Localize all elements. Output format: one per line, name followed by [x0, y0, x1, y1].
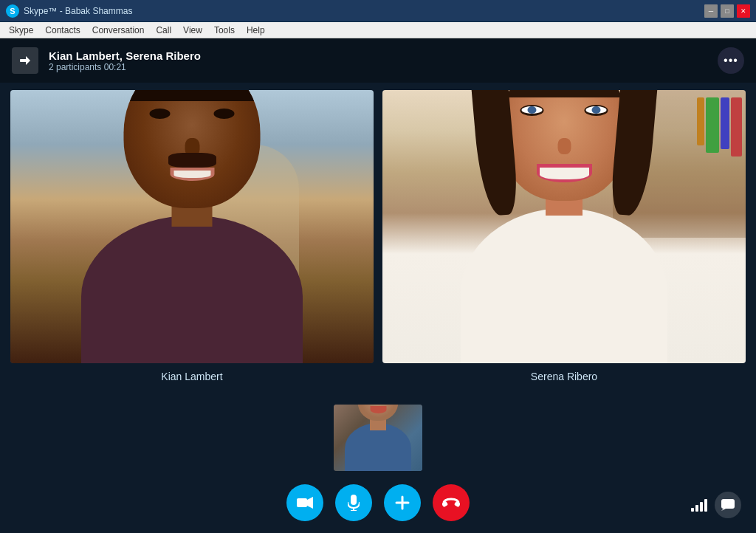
call-header-left: Kian Lambert, Serena Ribero 2 participan…: [12, 47, 201, 74]
window-title: Skype™ - Babak Shammas: [24, 6, 132, 16]
exit-button[interactable]: [12, 47, 38, 74]
signal-bar-2: [695, 505, 698, 512]
signal-bar-3: [700, 502, 703, 512]
video-label-serena: Serena Ribero: [531, 371, 597, 382]
menu-view[interactable]: View: [177, 24, 208, 37]
more-options-button[interactable]: •••: [718, 47, 744, 74]
skype-logo: S: [6, 4, 19, 18]
call-participants-title: Kian Lambert, Serena Ribero: [49, 49, 201, 62]
call-names: Kian Lambert, Serena Ribero 2 participan…: [49, 49, 201, 72]
svg-rect-11: [721, 499, 735, 509]
menu-conversation[interactable]: Conversation: [86, 24, 151, 37]
video-icon: [297, 497, 313, 509]
end-call-icon: [442, 498, 460, 508]
call-info-subtitle: 2 participants 00:21: [49, 62, 201, 72]
menu-help[interactable]: Help: [241, 24, 271, 37]
menu-tools[interactable]: Tools: [208, 24, 241, 37]
call-header: Kian Lambert, Serena Ribero 2 participan…: [0, 38, 756, 83]
video-label-kian: Kian Lambert: [161, 371, 222, 382]
menu-bar: Skype Contacts Conversation Call View To…: [0, 22, 756, 38]
video-grid: Kian Lambert: [0, 83, 756, 400]
add-participant-button[interactable]: [384, 484, 421, 521]
maximize-button[interactable]: □: [721, 4, 734, 18]
video-toggle-button[interactable]: [286, 484, 323, 521]
mic-toggle-button[interactable]: [335, 484, 372, 521]
signal-bar-1: [691, 508, 694, 512]
call-controls: [286, 484, 470, 521]
end-call-button[interactable]: [433, 484, 470, 521]
video-cell-kian: Kian Lambert: [10, 90, 374, 382]
status-icons: [691, 492, 741, 518]
call-container: Kian Lambert, Serena Ribero 2 participan…: [0, 38, 756, 533]
video-frame-serena: [382, 90, 746, 363]
chat-icon: [721, 499, 735, 511]
svg-marker-12: [721, 509, 726, 511]
title-bar: S Skype™ - Babak Shammas ─ □ ✕: [0, 0, 756, 22]
add-icon: [395, 495, 410, 510]
menu-call[interactable]: Call: [150, 24, 177, 37]
close-button[interactable]: ✕: [737, 4, 750, 18]
signal-bar-4: [704, 499, 707, 512]
svg-marker-3: [307, 497, 313, 509]
menu-skype[interactable]: Skype: [3, 24, 39, 37]
svg-marker-1: [26, 56, 30, 65]
mic-icon: [348, 495, 360, 511]
svg-rect-2: [297, 498, 307, 507]
window-controls: ─ □ ✕: [704, 4, 750, 18]
title-bar-left: S Skype™ - Babak Shammas: [6, 4, 132, 18]
self-view-thumbnail: [334, 405, 422, 471]
video-frame-kian: [10, 90, 374, 363]
svg-rect-4: [351, 495, 357, 505]
exit-icon: [18, 54, 32, 67]
video-cell-serena: Serena Ribero: [382, 90, 746, 382]
bottom-area: [0, 400, 756, 533]
minimize-button[interactable]: ─: [704, 4, 718, 18]
chat-button[interactable]: [715, 492, 741, 518]
menu-contacts[interactable]: Contacts: [39, 24, 86, 37]
signal-strength-icon: [691, 498, 707, 512]
